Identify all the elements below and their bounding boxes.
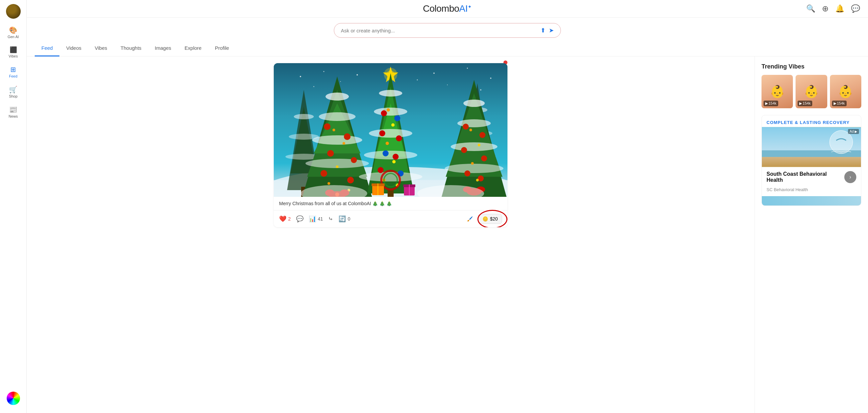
svg-point-92 (479, 132, 486, 138)
svg-point-64 (379, 130, 385, 136)
svg-point-97 (469, 129, 472, 131)
search-icon[interactable]: 🔍 (806, 4, 815, 13)
comment-button[interactable]: 💬 (296, 215, 304, 223)
ad-header-text: COMPLETE & LASTING RECOVERY (762, 115, 861, 127)
repost-icon: 🔄 (339, 215, 346, 223)
svg-point-12 (480, 89, 482, 91)
svg-point-38 (351, 157, 357, 163)
avatar[interactable] (6, 4, 21, 19)
svg-point-44 (328, 182, 330, 185)
tab-images[interactable]: Images (148, 42, 178, 56)
svg-point-18 (294, 114, 314, 119)
ad-card[interactable]: COMPLETE & LASTING RECOVERY (762, 115, 861, 206)
svg-point-9 (340, 81, 341, 82)
svg-point-11 (447, 85, 448, 85)
svg-point-70 (386, 108, 390, 112)
send-icon[interactable]: ➤ (549, 27, 554, 34)
search-input[interactable] (341, 28, 537, 33)
svg-point-65 (396, 135, 402, 141)
svg-point-6 (467, 68, 468, 69)
header: ColomboAI✦ 🔍 ⊕ 🔔 💬 (27, 0, 868, 18)
svg-point-63 (394, 115, 400, 121)
svg-point-1 (300, 76, 301, 77)
tab-videos[interactable]: Videos (59, 42, 88, 56)
repost-button[interactable]: 🔄 0 (339, 215, 350, 223)
svg-point-89 (451, 142, 497, 151)
chat-icon[interactable]: 💬 (851, 4, 860, 13)
left-sidebar: 🎨 Gen AI ⬛ Vibes ⊞ Feed 🛒 Shop 📰 News (0, 0, 27, 413)
news-icon: 📰 (9, 106, 18, 113)
search-bar-container: ⬆ ➤ (27, 18, 868, 38)
svg-rect-56 (388, 190, 394, 197)
svg-point-93 (461, 147, 467, 153)
svg-point-100 (476, 179, 479, 181)
tip-button[interactable]: 🪙 $20 (478, 214, 502, 224)
sidebar-item-shop[interactable]: 🛒 Shop (2, 84, 25, 101)
svg-point-68 (378, 167, 383, 173)
svg-point-60 (364, 151, 417, 159)
sidebar-item-news[interactable]: 📰 News (2, 104, 25, 121)
svg-point-66 (382, 150, 389, 156)
gen-ai-icon: 🎨 (9, 27, 18, 33)
sidebar-label-feed: Feed (9, 74, 18, 78)
svg-point-72 (385, 142, 389, 145)
post-image (274, 63, 507, 197)
vibe-count-2: 154k (798, 100, 812, 106)
svg-point-31 (326, 93, 349, 100)
svg-point-87 (463, 99, 485, 107)
tab-feed[interactable]: Feed (35, 42, 59, 56)
svg-point-8 (313, 86, 314, 87)
ad-next-button[interactable]: › (844, 171, 856, 183)
bell-icon[interactable]: 🔔 (835, 4, 844, 13)
logo-ai: AI (459, 3, 467, 14)
sidebar-label-vibes: Vibes (9, 54, 18, 58)
post-actions: ❤️ 2 💬 📊 41 ⤷ 🔄 0 (274, 210, 507, 227)
stats-icon: 📊 (309, 215, 316, 223)
vibe-item-3[interactable]: 👶 154k (830, 75, 861, 108)
sidebar-item-vibes[interactable]: ⬛ Vibes (2, 44, 25, 61)
tab-profile[interactable]: Profile (208, 42, 236, 56)
tab-vibes[interactable]: Vibes (88, 42, 114, 56)
ad-subtitle: SC Behavioral Health (762, 187, 861, 196)
sidebar-item-feed[interactable]: ⊞ Feed (2, 63, 25, 81)
svg-point-71 (391, 123, 395, 127)
svg-point-57 (379, 90, 402, 96)
tab-explore[interactable]: Explore (178, 42, 208, 56)
vibes-icon: ⬛ (10, 47, 17, 53)
svg-point-88 (457, 119, 491, 127)
right-sidebar: Trending Vibes 👶 154k 👶 154k 👶 (754, 56, 868, 413)
stats-button[interactable]: 📊 41 (309, 215, 323, 223)
ad-body: South Coast Behavioral Health › (762, 167, 861, 187)
share-button[interactable]: ⤷ (328, 215, 333, 223)
svg-point-73 (392, 160, 396, 164)
svg-point-37 (327, 150, 334, 157)
svg-point-35 (324, 123, 331, 130)
tip-amount: $20 (490, 216, 498, 222)
svg-point-98 (478, 144, 480, 146)
sidebar-item-gen-ai[interactable]: 🎨 Gen AI (2, 24, 25, 41)
shop-icon: 🛒 (9, 86, 18, 93)
upload-icon[interactable]: ⬆ (540, 27, 546, 34)
vibe-item-1[interactable]: 👶 154k (762, 75, 793, 108)
caption-text: Merry Christmas from all of us at Colomb… (279, 201, 392, 206)
sidebar-label-gen-ai: Gen AI (8, 35, 19, 39)
vibe-item-2[interactable]: 👶 154k (796, 75, 827, 108)
header-icons: 🔍 ⊕ 🔔 💬 (806, 4, 860, 13)
svg-point-95 (464, 170, 470, 176)
wallet-icon: 🪙 (483, 216, 488, 222)
add-circle-icon[interactable]: ⊕ (822, 4, 829, 13)
svg-point-91 (463, 124, 469, 130)
ad-badge: Ad ▶ (848, 129, 859, 134)
content-area: Merry Christmas from all of us at Colomb… (27, 56, 868, 413)
tab-thoughts[interactable]: Thoughts (114, 42, 148, 56)
svg-point-90 (445, 164, 503, 173)
svg-point-39 (320, 170, 327, 177)
sidebar-label-shop: Shop (9, 94, 18, 98)
svg-point-94 (481, 155, 487, 161)
like-button[interactable]: ❤️ 2 (279, 215, 291, 223)
colorwheel-icon[interactable] (7, 392, 20, 405)
post-caption: Merry Christmas from all of us at Colomb… (274, 197, 507, 210)
svg-point-36 (344, 133, 350, 140)
svg-point-62 (381, 110, 387, 116)
trending-vibes-list: 👶 154k 👶 154k 👶 154k (762, 75, 861, 108)
